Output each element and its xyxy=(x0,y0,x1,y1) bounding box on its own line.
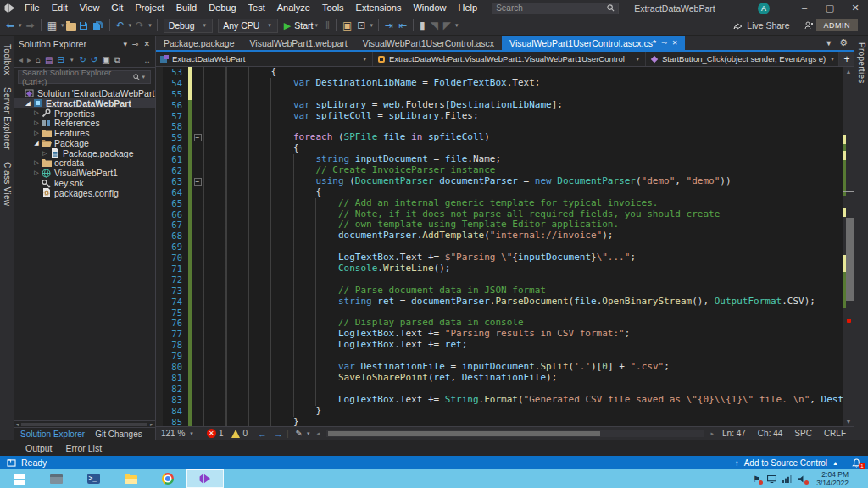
code-text[interactable]: LogTextBox.Text += "Parsing results in C… xyxy=(203,329,843,340)
split-window-button[interactable]: + xyxy=(839,52,854,66)
eol-indicator[interactable]: CRLF xyxy=(824,429,846,438)
code-line[interactable]: 84 } xyxy=(156,406,843,417)
tree-item-extractdatawebpart[interactable]: ◢ExtractDataWebPart xyxy=(14,98,155,108)
side-tab-class-view[interactable]: Class View xyxy=(3,153,12,209)
code-line[interactable]: 75 xyxy=(156,308,843,319)
code-text[interactable] xyxy=(203,274,843,286)
breakpoint-margin[interactable] xyxy=(156,165,163,176)
method-dropdown[interactable]: StartButton_Click(object sender, EventAr… xyxy=(646,52,839,66)
code-text[interactable] xyxy=(203,89,843,100)
breakpoint-margin[interactable] xyxy=(156,384,163,395)
chevron-collapsed-icon[interactable]: ▷ xyxy=(32,130,41,136)
line-indicator[interactable]: Ln: 47 xyxy=(722,429,746,438)
fold-minus-icon[interactable]: − xyxy=(194,134,202,141)
save-icon[interactable] xyxy=(76,21,91,30)
taskbar-item-chrome[interactable] xyxy=(149,469,186,488)
code-line[interactable]: 76 // Display parsed data in console xyxy=(156,318,843,329)
scroll-right-icon[interactable]: ▸ xyxy=(147,421,155,427)
breakpoint-margin[interactable] xyxy=(156,209,163,220)
side-tab-server-explorer[interactable]: Server Explorer xyxy=(3,79,12,153)
refresh-icon[interactable]: ↻ xyxy=(79,55,86,64)
code-line[interactable]: 66 // Note, if it does not parse all req… xyxy=(156,209,843,220)
code-text[interactable]: // Display parsed data in console xyxy=(203,318,843,329)
taskbar-item-visual-studio[interactable] xyxy=(186,469,224,488)
fold-minus-icon[interactable]: − xyxy=(194,178,202,186)
breakpoint-margin[interactable] xyxy=(156,132,163,143)
breakpoint-margin[interactable] xyxy=(156,417,163,427)
code-line[interactable]: 61 string inputDocument = file.Name; xyxy=(156,154,843,165)
chevron-collapsed-icon[interactable]: ▷ xyxy=(32,109,41,116)
navigate-forward-icon[interactable]: → xyxy=(274,429,283,439)
chevron-expanded-icon[interactable]: ◢ xyxy=(24,100,32,107)
code-text[interactable]: var DestinationFile = inputDocument.Spli… xyxy=(203,362,843,373)
code-text[interactable]: { xyxy=(203,187,843,198)
new-project-dropdown-icon[interactable]: ▾ xyxy=(59,22,66,29)
pause-icon[interactable]: ‖ xyxy=(323,16,332,35)
breakpoint-margin[interactable] xyxy=(156,219,163,230)
source-control-dropdown-icon[interactable]: ▲ xyxy=(832,460,838,466)
bookmark-prev-icon[interactable]: ◤ xyxy=(441,16,453,35)
save-all-icon[interactable] xyxy=(91,21,106,30)
scrollbar-thumb[interactable] xyxy=(846,218,854,301)
bottom-tab-output[interactable]: Output xyxy=(25,443,53,453)
sync-icon[interactable]: ↺ xyxy=(91,55,97,64)
code-line[interactable]: 78 LogTextBox.Text += ret; xyxy=(156,340,843,351)
menu-item-test[interactable]: Test xyxy=(242,0,271,16)
feedback-icon[interactable] xyxy=(802,21,816,30)
switch-views-icon[interactable]: ▤ xyxy=(45,55,53,64)
add-to-source-control-button[interactable]: Add to Source Control xyxy=(744,458,827,468)
menu-item-view[interactable]: View xyxy=(74,0,106,16)
code-text[interactable]: { xyxy=(203,143,843,154)
edit-mode-icon[interactable]: ✎ xyxy=(296,429,303,438)
redo-dropdown-icon[interactable]: ▾ xyxy=(147,22,153,29)
document-tab[interactable]: VisualWebPart1.webpart xyxy=(242,36,354,50)
hscroll-right-icon[interactable]: ▸ xyxy=(711,430,715,437)
breakpoint-margin[interactable] xyxy=(156,241,163,252)
code-line[interactable]: 81 SaveToSharePoint(ret, DestinationFile… xyxy=(156,373,843,384)
code-line[interactable]: 79 xyxy=(156,351,843,362)
breakpoint-margin[interactable] xyxy=(156,308,163,319)
toolbar-overflow-icon[interactable]: ‥ xyxy=(144,55,150,64)
display-icon[interactable] xyxy=(767,474,776,484)
breakpoint-margin[interactable] xyxy=(156,286,163,297)
menu-item-file[interactable]: File xyxy=(19,0,46,16)
panel-dropdown-icon[interactable]: ▾ xyxy=(123,40,127,48)
navigate-back-icon[interactable]: ← xyxy=(258,429,267,439)
undo-dropdown-icon[interactable]: ▾ xyxy=(127,22,134,29)
breakpoint-margin[interactable] xyxy=(156,67,163,78)
char-indicator[interactable]: Ch: 44 xyxy=(758,429,782,438)
code-text[interactable]: documentParser.AddTemplate("internal://i… xyxy=(203,230,843,241)
taskbar-item-server-manager[interactable] xyxy=(37,469,75,488)
breakpoint-margin[interactable] xyxy=(156,230,163,241)
side-tab-properties[interactable]: Properties xyxy=(857,36,866,87)
chevron-collapsed-icon[interactable]: ▷ xyxy=(32,159,41,166)
admin-button[interactable]: ADMIN xyxy=(816,19,859,31)
code-text[interactable]: SaveToSharePoint(ret, DestinationFile); xyxy=(203,373,843,384)
navigate-back-dropdown-icon[interactable]: ▾ xyxy=(17,22,24,29)
document-list-dropdown-icon[interactable]: ▼ xyxy=(825,39,832,47)
solution-configuration-dropdown[interactable]: Debug▾ xyxy=(164,19,213,33)
breakpoint-margin[interactable] xyxy=(156,252,163,263)
breakpoint-margin[interactable] xyxy=(156,100,163,111)
code-line[interactable]: 82 xyxy=(156,384,843,395)
code-text[interactable]: LogTextBox.Text += $"Parsing \"{inputDoc… xyxy=(203,252,843,263)
breakpoint-margin[interactable] xyxy=(156,263,163,274)
code-text[interactable]: // Add an internal generic template for … xyxy=(203,198,843,209)
taskbar-item-file-explorer[interactable] xyxy=(112,469,149,488)
code-text[interactable]: // own template using Template Editor ap… xyxy=(203,219,843,230)
code-line[interactable]: 71 Console.WriteLine(); xyxy=(156,263,843,274)
document-tab-active[interactable]: VisualWebPart1UserControl.ascx.cs*⊸✕ xyxy=(502,36,685,50)
code-text[interactable]: string inputDocument = file.Name; xyxy=(203,154,843,165)
code-line[interactable]: 62 // Create InvoiceParser instance xyxy=(156,165,843,176)
code-line[interactable]: 68 documentParser.AddTemplate("internal:… xyxy=(156,230,843,241)
document-tab[interactable]: Package.package xyxy=(156,36,242,50)
step-into-icon[interactable]: ⇥ xyxy=(382,16,396,35)
tree-item-package-package[interactable]: ▷Package.package xyxy=(14,148,155,158)
panel-tab-git-changes[interactable]: Git Changes xyxy=(95,430,142,439)
code-line[interactable]: 72 xyxy=(156,274,843,286)
hscroll-left-icon[interactable]: ◂ xyxy=(317,430,320,437)
scroll-up-icon[interactable]: ▲ xyxy=(843,69,854,75)
code-line[interactable]: 57 var spfileColl = spLibrary.Files; xyxy=(156,111,843,122)
breakpoint-margin[interactable] xyxy=(156,329,163,340)
panel-tab-solution-explorer[interactable]: Solution Explorer xyxy=(20,430,85,439)
